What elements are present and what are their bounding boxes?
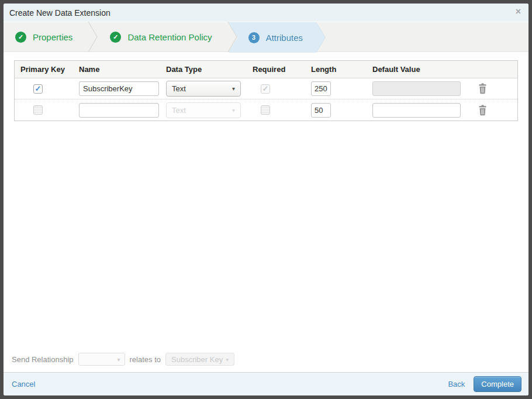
create-data-extension-dialog: Create New Data Extension × ✓ Properties… bbox=[4, 4, 528, 395]
active-step-wrap: 3 Attributes bbox=[229, 22, 325, 51]
relates-to-label: relates to bbox=[130, 355, 161, 364]
name-input[interactable] bbox=[79, 103, 159, 118]
relates-to-field-select-disabled: Subscriber Key ▾ bbox=[165, 353, 234, 366]
attribute-row: ✓ Text ▾ ✓ bbox=[15, 78, 517, 99]
name-input[interactable] bbox=[79, 81, 159, 96]
primary-key-checkbox-checked[interactable]: ✓ bbox=[33, 84, 43, 94]
data-type-select[interactable]: Text ▾ bbox=[166, 81, 241, 97]
complete-button[interactable]: Complete bbox=[474, 376, 521, 392]
step-label: Properties bbox=[33, 32, 72, 42]
check-circle-icon: ✓ bbox=[110, 32, 121, 43]
dialog-content: Primary Key Name Data Type Required Leng… bbox=[4, 52, 528, 372]
chevron-down-icon: ▾ bbox=[226, 356, 229, 363]
step-attributes[interactable]: 3 Attributes bbox=[229, 22, 325, 53]
dialog-title: Create New Data Extension bbox=[9, 8, 110, 18]
col-header-required: Required bbox=[247, 65, 310, 74]
data-type-value: Text bbox=[172, 84, 186, 93]
check-circle-icon: ✓ bbox=[15, 32, 26, 43]
attributes-table: Primary Key Name Data Type Required Leng… bbox=[14, 60, 518, 121]
length-input[interactable] bbox=[311, 81, 331, 96]
length-input[interactable] bbox=[311, 103, 331, 118]
send-relationship-row: Send Relationship ▾ relates to Subscribe… bbox=[12, 352, 528, 366]
wizard-steps: ✓ Properties ✓ Data Retention Policy 3 A… bbox=[4, 22, 528, 52]
trash-icon bbox=[478, 105, 488, 116]
primary-key-checkbox-unchecked[interactable] bbox=[33, 105, 43, 115]
chevron-down-icon: ▾ bbox=[118, 356, 120, 363]
default-value-input[interactable] bbox=[372, 103, 461, 118]
chevron-down-icon: ▾ bbox=[232, 85, 235, 92]
step-properties[interactable]: ✓ Properties bbox=[4, 22, 88, 51]
step-label: Attributes bbox=[266, 33, 303, 43]
step-separator bbox=[88, 22, 98, 51]
cancel-link[interactable]: Cancel bbox=[12, 380, 35, 388]
col-header-name: Name bbox=[77, 65, 165, 74]
back-link[interactable]: Back bbox=[448, 380, 465, 388]
close-icon[interactable]: × bbox=[516, 7, 521, 16]
attribute-row: Text ▾ bbox=[15, 99, 517, 121]
col-header-length: Length bbox=[310, 65, 372, 74]
relates-to-field-value: Subscriber Key bbox=[171, 355, 223, 364]
col-header-primary-key: Primary Key bbox=[15, 65, 77, 74]
send-relationship-label: Send Relationship bbox=[12, 355, 74, 364]
dialog-titlebar: Create New Data Extension × bbox=[4, 4, 528, 22]
send-relationship-select-disabled: ▾ bbox=[78, 353, 125, 366]
dialog-footer: Cancel Back Complete bbox=[4, 372, 528, 395]
data-type-value: Text bbox=[172, 106, 186, 115]
delete-row-button[interactable] bbox=[478, 83, 488, 94]
data-type-select-disabled: Text ▾ bbox=[166, 102, 241, 118]
required-checkbox-unchecked[interactable] bbox=[261, 105, 270, 115]
delete-row-button[interactable] bbox=[478, 105, 488, 116]
chevron-down-icon: ▾ bbox=[232, 107, 235, 113]
step-label: Data Retention Policy bbox=[127, 32, 212, 42]
content-spacer bbox=[4, 121, 528, 352]
required-checkbox-disabled-checked: ✓ bbox=[261, 84, 270, 94]
step-data-retention-policy[interactable]: ✓ Data Retention Policy bbox=[98, 22, 227, 51]
col-header-default-value: Default Value bbox=[372, 65, 471, 74]
step-number-badge: 3 bbox=[248, 32, 260, 43]
trash-icon bbox=[478, 83, 488, 94]
col-header-data-type: Data Type bbox=[165, 65, 247, 74]
table-header-row: Primary Key Name Data Type Required Leng… bbox=[15, 61, 517, 78]
default-value-input-disabled bbox=[372, 81, 461, 96]
